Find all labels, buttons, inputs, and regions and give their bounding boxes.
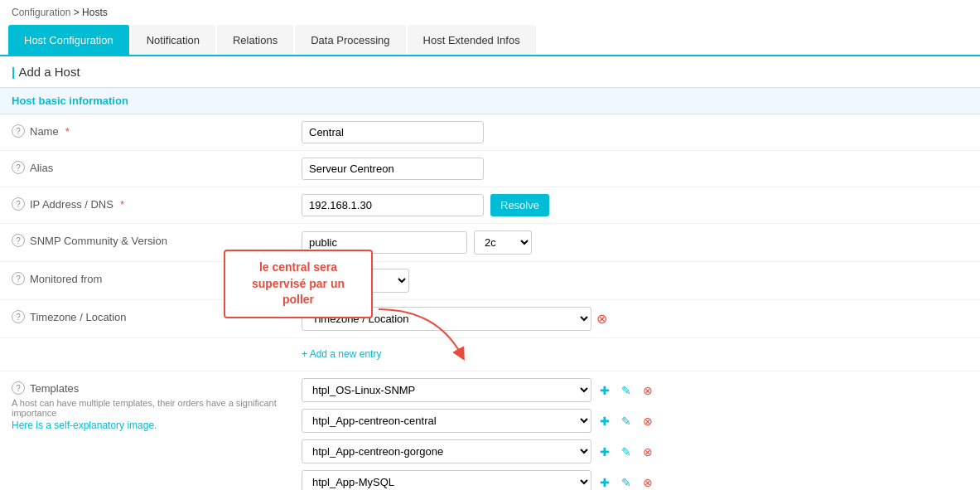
template-edit-icon-3[interactable]: ✎ <box>618 474 635 491</box>
tab-data-processing[interactable]: Data Processing <box>295 25 405 55</box>
template-edit-icon-2[interactable]: ✎ <box>618 444 635 460</box>
ip-input[interactable] <box>302 194 484 216</box>
monitored-label: Monitored from <box>30 273 102 285</box>
template-select-1[interactable]: htpl_App-centreon-central <box>302 409 591 433</box>
template-edit-icon-1[interactable]: ✎ <box>618 413 635 429</box>
snmp-version-select[interactable]: 2c 1 3 <box>474 230 532 255</box>
alias-help-icon[interactable]: ? <box>12 161 25 174</box>
template-row: htpl_App-MySQL ✚ ✎ ⊗ <box>302 470 656 490</box>
templates-help-icon[interactable]: ? <box>12 381 25 395</box>
ip-help-icon[interactable]: ? <box>12 197 25 211</box>
name-label: Name <box>30 125 59 138</box>
ip-required: * <box>120 198 124 211</box>
name-help-icon[interactable]: ? <box>12 124 25 138</box>
template-move-icon-1[interactable]: ✚ <box>596 413 613 429</box>
alias-row: ? Alias <box>0 151 980 187</box>
template-move-icon-0[interactable]: ✚ <box>596 382 613 399</box>
template-move-icon-2[interactable]: ✚ <box>596 444 613 460</box>
ip-row: ? IP Address / DNS * Resolve <box>0 187 980 224</box>
timezone-row: ? Timezone / Location Timezone / Locatio… <box>0 300 980 338</box>
resolve-button[interactable]: Resolve <box>490 194 549 216</box>
timezone-delete-icon[interactable]: ⊗ <box>596 311 607 327</box>
name-row: ? Name * <box>0 114 980 151</box>
templates-sublabel: A host can have multiple templates, thei… <box>12 398 302 418</box>
tab-relations[interactable]: Relations <box>217 25 293 55</box>
template-delete-icon-0[interactable]: ⊗ <box>640 382 656 399</box>
template-row: htpl_App-centreon-gorgone ✚ ✎ ⊗ <box>302 439 656 463</box>
template-select-0[interactable]: htpl_OS-Linux-SNMP <box>302 378 591 402</box>
monitored-help-icon[interactable]: ? <box>12 272 25 285</box>
tab-host-extended-infos[interactable]: Host Extended Infos <box>408 25 536 55</box>
snmp-help-icon[interactable]: ? <box>12 234 25 247</box>
snmp-row: ? SNMP Community & Version 2c 1 3 <box>0 224 980 262</box>
alias-input[interactable] <box>302 158 484 180</box>
page-title: Add a Host <box>0 56 980 88</box>
section-header: Host basic information <box>0 88 980 114</box>
tab-host-configuration[interactable]: Host Configuration <box>8 25 129 55</box>
template-delete-icon-1[interactable]: ⊗ <box>640 413 656 429</box>
templates-label: Templates <box>30 382 79 395</box>
ip-label: IP Address / DNS <box>30 198 113 211</box>
name-required: * <box>65 125 70 138</box>
snmp-label: SNMP Community & Version <box>30 235 167 247</box>
template-row: htpl_App-centreon-central ✚ ✎ ⊗ <box>302 409 656 433</box>
alias-label: Alias <box>30 162 53 174</box>
breadcrumb: Configuration > Hosts <box>0 0 980 25</box>
template-delete-icon-3[interactable]: ⊗ <box>640 474 656 491</box>
template-select-2[interactable]: htpl_App-centreon-gorgone <box>302 439 591 463</box>
templates-link[interactable]: Here is a self-explanatory image. <box>12 420 302 431</box>
tabs-bar: Host ConfigurationNotificationRelationsD… <box>0 25 980 56</box>
monitored-from-row: ? Monitored from poller1 Central <box>0 262 980 300</box>
breadcrumb-config[interactable]: Configuration <box>12 7 70 18</box>
timezone-help-icon[interactable]: ? <box>12 310 25 323</box>
tooltip-box: le central sera supervisé par un poller <box>224 250 373 318</box>
template-row: htpl_OS-Linux-SNMP ✚ ✎ ⊗ <box>302 378 656 402</box>
tab-notification[interactable]: Notification <box>131 25 215 55</box>
timezone-label: Timezone / Location <box>30 311 127 323</box>
breadcrumb-current: Hosts <box>82 7 108 18</box>
add-entry-row: + Add a new entry <box>0 338 980 371</box>
template-delete-icon-2[interactable]: ⊗ <box>640 444 656 460</box>
template-select-3[interactable]: htpl_App-MySQL <box>302 470 591 490</box>
templates-row: ? Templates A host can have multiple tem… <box>0 371 980 490</box>
add-entry-link[interactable]: + Add a new entry <box>302 345 381 363</box>
name-input[interactable] <box>302 121 484 143</box>
template-edit-icon-0[interactable]: ✎ <box>618 382 635 399</box>
template-move-icon-3[interactable]: ✚ <box>596 474 613 491</box>
breadcrumb-separator: > <box>74 7 82 18</box>
